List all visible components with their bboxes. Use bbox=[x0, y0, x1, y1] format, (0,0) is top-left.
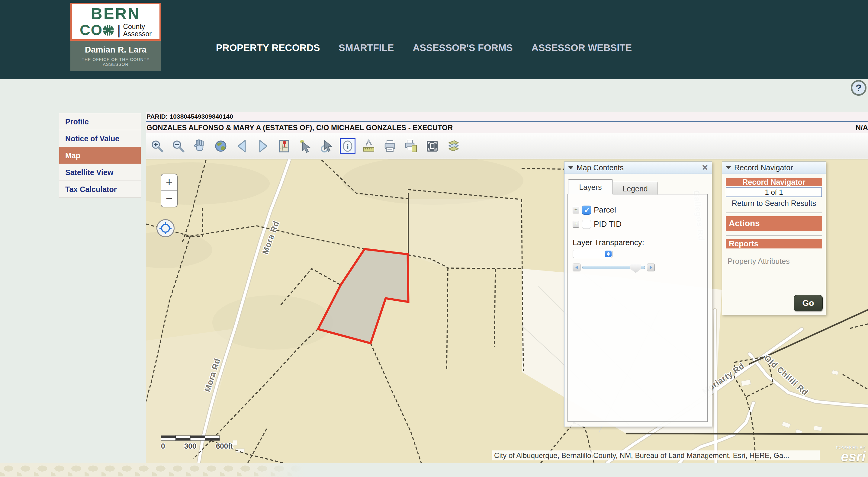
map-contents-header[interactable]: Map Contents ✕ bbox=[564, 162, 712, 174]
fullscreen-icon[interactable] bbox=[424, 138, 440, 154]
map-toolbar: i bbox=[146, 133, 868, 159]
tab-layers[interactable]: Layers bbox=[568, 179, 613, 194]
record-navigator-panel: Record Navigator Record Navigator Return… bbox=[722, 161, 826, 315]
actions-section-header[interactable]: Actions bbox=[726, 216, 822, 231]
logo-co-text: CO bbox=[80, 22, 103, 38]
next-extent-icon[interactable] bbox=[255, 138, 271, 154]
layer-row-parcel: + Parcel bbox=[572, 205, 707, 215]
record-position-input[interactable] bbox=[726, 188, 822, 197]
owner-name: GONZALES ALFONSO & MARY A (ESTATES OF), … bbox=[147, 124, 453, 132]
sidebar-item-satellite-view[interactable]: Satellite View bbox=[59, 164, 141, 181]
layers-icon[interactable] bbox=[445, 138, 461, 154]
parcel-checkbox[interactable] bbox=[582, 205, 591, 215]
logo-bern-text: BERN bbox=[72, 6, 159, 21]
identify-arrow-icon[interactable] bbox=[319, 138, 334, 154]
map-attribution: City of Albuquerque, Bernalillo County, … bbox=[492, 450, 820, 460]
crosshair-icon bbox=[159, 222, 172, 235]
nav-assessors-forms[interactable]: ASSESSOR'S FORMS bbox=[412, 42, 513, 54]
logo-assessor: Assessor bbox=[123, 30, 152, 37]
map-contents-tabs: Layers Legend bbox=[568, 179, 657, 195]
select-stepper-icon bbox=[605, 251, 612, 257]
assessor-name: Damian R. Lara bbox=[70, 45, 161, 55]
office-tagline: THE OFFICE OF THE COUNTY ASSESSOR bbox=[70, 57, 161, 67]
esri-logo: POWERED BY esri bbox=[836, 445, 866, 463]
map-viewport[interactable]: Mora Rd Mora Rd Moriarty Rd Old Chilili … bbox=[146, 159, 868, 463]
top-header: BERN CO | County Assessor bbox=[0, 0, 868, 79]
tab-legend[interactable]: Legend bbox=[613, 182, 657, 195]
transparency-select[interactable] bbox=[572, 250, 613, 258]
zia-symbol-icon bbox=[102, 24, 115, 36]
expand-icon[interactable]: + bbox=[572, 207, 579, 214]
zoom-controls: + − bbox=[161, 173, 178, 208]
sidebar-item-map[interactable]: Map bbox=[59, 147, 141, 164]
return-to-search-results-link[interactable]: Return to Search Results bbox=[726, 199, 822, 208]
footer-fade bbox=[245, 463, 305, 477]
info-icon[interactable]: i bbox=[340, 138, 355, 154]
nav-smartfile[interactable]: SMARTFILE bbox=[339, 42, 394, 54]
map-zoom-in-button[interactable]: + bbox=[161, 173, 178, 191]
zoom-in-icon[interactable] bbox=[150, 138, 165, 154]
scale-tick-600: 600ft bbox=[216, 442, 233, 450]
reports-section-header[interactable]: Reports bbox=[726, 239, 822, 249]
property-attributes-link[interactable]: Property Attributes bbox=[727, 257, 822, 266]
scale-tick-300: 300 bbox=[184, 442, 196, 450]
globe-icon[interactable] bbox=[213, 138, 229, 154]
logo-upper: BERN CO | County Assessor bbox=[70, 3, 161, 41]
previous-extent-icon[interactable] bbox=[234, 138, 250, 154]
sidebar-item-tax-calculator[interactable]: Tax Calculator bbox=[59, 181, 141, 198]
map-contents-title: Map Contents bbox=[577, 163, 624, 172]
locate-button[interactable] bbox=[156, 219, 175, 237]
owner-line: GONZALES ALFONSO & MARY A (ESTATES OF), … bbox=[146, 122, 868, 133]
divider bbox=[726, 235, 822, 236]
slider-right-button[interactable] bbox=[647, 263, 655, 272]
layer-label-pid-tid: PID TID bbox=[594, 220, 622, 229]
collapse-arrow-icon[interactable] bbox=[726, 166, 731, 169]
logo-divider: | bbox=[117, 23, 121, 38]
svg-text:i: i bbox=[346, 142, 348, 151]
scale-tick-0: 0 bbox=[161, 442, 165, 450]
pid-tid-checkbox[interactable] bbox=[582, 220, 591, 229]
map-zoom-out-button[interactable]: − bbox=[161, 191, 178, 208]
close-icon[interactable]: ✕ bbox=[702, 163, 708, 172]
layer-transparency-label: Layer Transparency: bbox=[572, 238, 707, 247]
sidebar-item-profile[interactable]: Profile bbox=[59, 113, 141, 130]
sidebar-item-notice-of-value[interactable]: Notice of Value bbox=[59, 130, 141, 147]
divider bbox=[726, 213, 822, 213]
esri-wordmark: esri bbox=[836, 450, 866, 463]
select-pointer-icon[interactable] bbox=[298, 138, 313, 154]
nav-property-records[interactable]: PROPERTY RECORDS bbox=[216, 42, 320, 54]
layer-label-parcel: Parcel bbox=[594, 205, 616, 215]
logo-county: County bbox=[123, 23, 152, 30]
record-navigator-header[interactable]: Record Navigator bbox=[722, 162, 826, 174]
sidebar: Profile Notice of Value Map Satellite Vi… bbox=[59, 113, 141, 198]
record-navigator-bar: Record Navigator bbox=[726, 178, 822, 186]
bernco-logo: BERN CO | County Assessor bbox=[70, 3, 161, 74]
collapse-arrow-icon[interactable] bbox=[568, 166, 574, 169]
overview-map-icon[interactable] bbox=[276, 138, 292, 154]
expand-icon[interactable]: + bbox=[572, 221, 579, 228]
zoom-out-icon[interactable] bbox=[170, 138, 186, 154]
export-print-icon[interactable] bbox=[403, 138, 419, 154]
slider-handle[interactable] bbox=[630, 264, 641, 273]
question-icon: ? bbox=[856, 83, 862, 94]
parid-label: PARID: 103804549309840140 bbox=[146, 112, 868, 121]
pan-hand-icon[interactable] bbox=[192, 138, 208, 154]
record-navigator-title: Record Navigator bbox=[734, 163, 793, 172]
help-button[interactable]: ? bbox=[851, 80, 867, 96]
slider-track[interactable] bbox=[582, 266, 645, 269]
go-button[interactable]: Go bbox=[794, 295, 823, 311]
transparency-slider bbox=[572, 263, 707, 272]
record-header: PARID: 103804549309840140 GONZALES ALFON… bbox=[146, 112, 868, 133]
logo-lower: Damian R. Lara THE OFFICE OF THE COUNTY … bbox=[70, 41, 161, 71]
print-icon[interactable] bbox=[382, 138, 398, 154]
main-nav: PROPERTY RECORDS SMARTFILE ASSESSOR'S FO… bbox=[216, 42, 632, 54]
map-contents-panel: Map Contents ✕ Layers Legend + Parcel + … bbox=[564, 161, 712, 426]
measure-icon[interactable] bbox=[361, 138, 377, 154]
slider-left-button[interactable] bbox=[572, 263, 581, 272]
layers-tab-content: + Parcel + PID TID Layer Transparency: bbox=[567, 194, 708, 422]
right-value: N/A bbox=[856, 122, 868, 133]
layer-row-pid-tid: + PID TID bbox=[572, 220, 707, 229]
nav-assessor-website[interactable]: ASSESSOR WEBSITE bbox=[532, 42, 632, 54]
